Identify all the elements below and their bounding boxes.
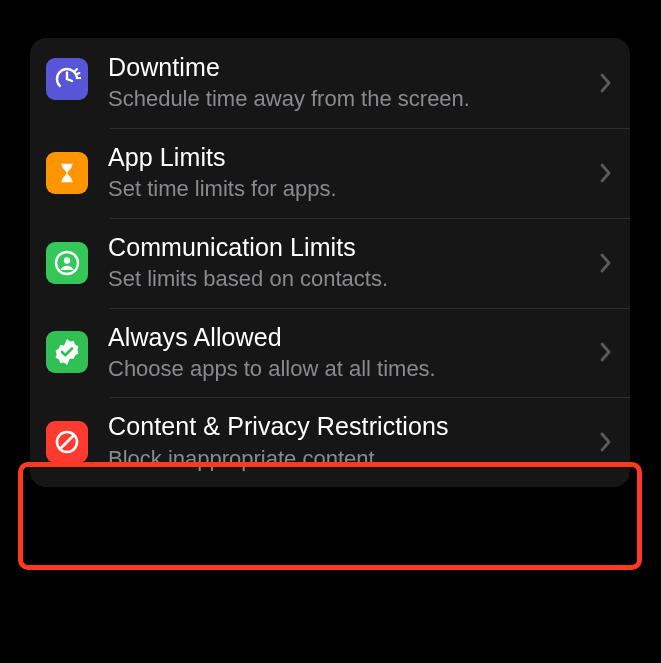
no-symbol-icon	[46, 421, 88, 463]
chevron-right-icon	[600, 432, 612, 452]
row-title: Content & Privacy Restrictions	[108, 411, 590, 442]
row-text: Downtime Schedule time away from the scr…	[108, 52, 590, 114]
svg-point-7	[64, 257, 70, 263]
contact-circle-icon	[46, 242, 88, 284]
row-always-allowed[interactable]: Always Allowed Choose apps to allow at a…	[30, 308, 630, 398]
row-text: Content & Privacy Restrictions Block ina…	[108, 411, 590, 473]
row-text: Communication Limits Set limits based on…	[108, 232, 590, 294]
settings-list: Downtime Schedule time away from the scr…	[30, 38, 630, 487]
chevron-right-icon	[600, 342, 612, 362]
row-title: Always Allowed	[108, 322, 590, 353]
row-content-privacy[interactable]: Content & Privacy Restrictions Block ina…	[30, 397, 630, 487]
downtime-clock-icon	[46, 58, 88, 100]
row-title: Communication Limits	[108, 232, 590, 263]
svg-line-2	[67, 79, 72, 81]
seal-check-icon	[46, 331, 88, 373]
row-title: Downtime	[108, 52, 590, 83]
chevron-right-icon	[600, 73, 612, 93]
row-downtime[interactable]: Downtime Schedule time away from the scr…	[30, 38, 630, 128]
svg-line-3	[75, 69, 77, 71]
svg-line-4	[77, 73, 80, 74]
row-subtitle: Set limits based on contacts.	[108, 265, 590, 294]
row-app-limits[interactable]: App Limits Set time limits for apps.	[30, 128, 630, 218]
row-text: App Limits Set time limits for apps.	[108, 142, 590, 204]
row-subtitle: Choose apps to allow at all times.	[108, 355, 590, 384]
chevron-right-icon	[600, 163, 612, 183]
hourglass-icon	[46, 152, 88, 194]
row-subtitle: Schedule time away from the screen.	[108, 85, 590, 114]
row-subtitle: Set time limits for apps.	[108, 175, 590, 204]
row-title: App Limits	[108, 142, 590, 173]
row-subtitle: Block inappropriate content.	[108, 445, 590, 474]
row-communication-limits[interactable]: Communication Limits Set limits based on…	[30, 218, 630, 308]
svg-line-9	[60, 435, 74, 449]
chevron-right-icon	[600, 253, 612, 273]
row-text: Always Allowed Choose apps to allow at a…	[108, 322, 590, 384]
